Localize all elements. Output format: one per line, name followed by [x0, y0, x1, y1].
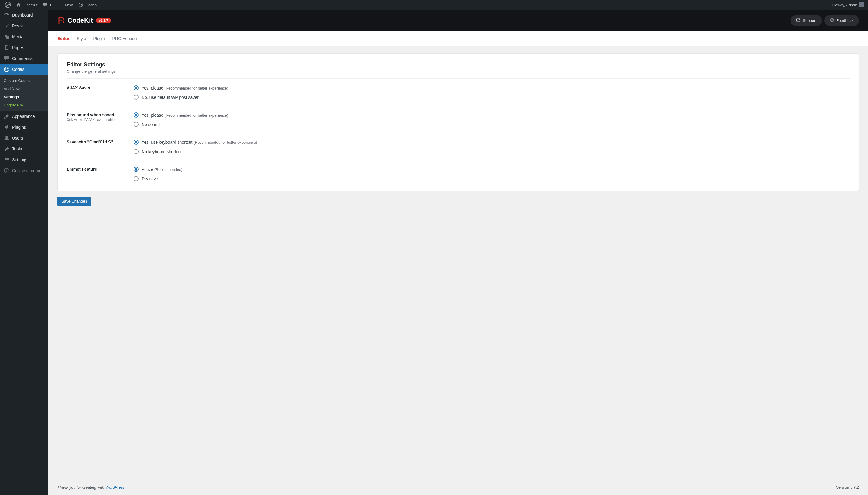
radio-option[interactable]: Yes, use keyboard shortcut (Recommended …	[134, 140, 257, 145]
menu-settings[interactable]: Settings	[0, 154, 48, 165]
logo-wrap: CodeKit v2.2.7	[57, 17, 111, 24]
menu-label: Plugins	[12, 125, 26, 130]
card-subtitle: Change the general settings	[67, 69, 850, 73]
menu-media[interactable]: Media	[0, 31, 48, 42]
menu-label: Comments	[12, 56, 33, 61]
setting-label: Emmet Feature	[67, 167, 134, 172]
menu-tools[interactable]: Tools	[0, 143, 48, 154]
collapse-menu[interactable]: Collapse menu	[0, 165, 48, 176]
radio-input[interactable]	[134, 85, 139, 90]
radio-input[interactable]	[134, 95, 139, 100]
header-actions: Support Feedback	[791, 15, 859, 26]
tab-pro[interactable]: PRO Version	[112, 31, 137, 46]
radio-input[interactable]	[134, 149, 139, 154]
radio-input[interactable]	[134, 167, 139, 172]
setting-label-col: Save with "Cmd/Ctrl S"	[67, 140, 134, 144]
collapse-label: Collapse menu	[12, 168, 40, 173]
admin-bar-right[interactable]: Howdy, Admin	[832, 2, 866, 7]
tab-style[interactable]: Style	[76, 31, 86, 46]
menu-label: Media	[12, 34, 23, 39]
save-changes-button[interactable]: Save Changes	[57, 197, 91, 206]
menu-label: Pages	[12, 45, 24, 50]
menu-comments[interactable]: Comments	[0, 53, 48, 64]
support-button[interactable]: Support	[791, 15, 822, 26]
menu-label: Dashboard	[12, 13, 33, 17]
pin-icon	[4, 23, 10, 29]
radio-text: Yes, please (Recommended for better expe…	[142, 113, 228, 118]
radio-option[interactable]: Deactive	[134, 176, 183, 181]
site-name-link[interactable]: CodeKit	[13, 0, 40, 10]
setting-label-col: Emmet Feature	[67, 167, 134, 172]
radio-input[interactable]	[134, 113, 139, 118]
radio-option[interactable]: No keyboard shortcut	[134, 149, 257, 154]
wordpress-link[interactable]: WordPress	[105, 485, 125, 490]
settings-card: Editor Settings Change the general setti…	[57, 53, 859, 191]
menu-label: Tools	[12, 147, 22, 151]
setting-label: AJAX Saver	[67, 85, 134, 90]
menu-codes[interactable]: Codes	[0, 64, 48, 75]
radio-input[interactable]	[134, 176, 139, 181]
comments-link[interactable]: 0	[40, 0, 55, 10]
radio-option[interactable]: No sound	[134, 122, 228, 127]
menu-label: Codes	[12, 67, 24, 72]
radio-note: (Recommended for better experience)	[193, 140, 257, 145]
svg-point-4	[4, 168, 9, 173]
menu-plugins[interactable]: Plugins	[0, 122, 48, 133]
radio-text: Yes, please (Recommended for better expe…	[142, 86, 228, 90]
radio-option[interactable]: Yes, please (Recommended for better expe…	[134, 113, 228, 118]
menu-dashboard[interactable]: Dashboard	[0, 10, 48, 20]
code-circle-icon	[78, 2, 84, 8]
radio-option[interactable]: Yes, please (Recommended for better expe…	[134, 85, 228, 90]
footer-thanks: Thank you for creating with WordPress.	[57, 485, 126, 490]
submenu-custom-codes[interactable]: Custom Codes	[0, 76, 48, 85]
new-content-link[interactable]: New	[55, 0, 75, 10]
comments-count: 0	[50, 3, 52, 7]
submenu-upgrade[interactable]: Upgrade ➤	[0, 101, 48, 109]
plug-icon	[4, 124, 10, 130]
dashboard-icon	[4, 12, 10, 18]
setting-row: Emmet FeatureActive (Recommended)Deactiv…	[67, 167, 850, 181]
radio-text: Active (Recommended)	[142, 167, 183, 172]
sliders-icon	[4, 157, 10, 163]
card-title: Editor Settings	[67, 62, 850, 68]
footer: Thank you for creating with WordPress. V…	[48, 480, 868, 495]
codes-top-link[interactable]: Codes	[75, 0, 100, 10]
brush-icon	[4, 113, 10, 119]
tab-plugin[interactable]: Plugin	[93, 31, 105, 46]
comment-icon	[42, 2, 48, 8]
content-wrap: Editor Settings Change the general setti…	[48, 46, 868, 480]
version-badge: v2.2.7	[96, 18, 111, 23]
radio-option[interactable]: No, use default WP post saver	[134, 95, 228, 100]
svg-rect-5	[797, 19, 800, 21]
menu-users[interactable]: Users	[0, 133, 48, 143]
setting-row: AJAX SaverYes, please (Recommended for b…	[67, 85, 850, 100]
brand-name: CodeKit	[68, 17, 93, 24]
home-icon	[16, 2, 22, 8]
menu-label: Settings	[12, 157, 28, 162]
menu-pages[interactable]: Pages	[0, 42, 48, 53]
wp-logo-menu[interactable]	[2, 0, 13, 10]
menu-appearance[interactable]: Appearance	[0, 111, 48, 122]
codes-top-label: Codes	[86, 3, 97, 7]
footer-version: Version 5.7.2	[836, 485, 859, 490]
admin-sidebar: Dashboard Posts Media Pages Comments Cod…	[0, 10, 48, 495]
radio-note: (Recommended)	[154, 168, 183, 172]
comments-icon	[4, 55, 10, 62]
upgrade-label: Upgrade	[4, 103, 19, 107]
envelope-icon	[796, 18, 800, 23]
main-content: CodeKit v2.2.7 Support Feedback Editor S…	[48, 10, 868, 495]
menu-posts[interactable]: Posts	[0, 20, 48, 31]
feedback-button[interactable]: Feedback	[824, 15, 859, 26]
radio-input[interactable]	[134, 140, 139, 145]
howdy-text: Howdy, Admin	[832, 3, 857, 7]
radio-input[interactable]	[134, 122, 139, 127]
setting-label: Save with "Cmd/Ctrl S"	[67, 140, 134, 144]
radio-text: No sound	[142, 122, 160, 127]
radio-option[interactable]: Active (Recommended)	[134, 167, 183, 172]
setting-options: Yes, please (Recommended for better expe…	[134, 85, 228, 100]
radio-text: No keyboard shortcut	[142, 149, 182, 154]
setting-label: Play sound when saved	[67, 113, 134, 117]
submenu-settings[interactable]: Settings	[0, 93, 48, 101]
submenu-add-new[interactable]: Add New	[0, 85, 48, 93]
tab-editor[interactable]: Editor	[57, 31, 69, 46]
